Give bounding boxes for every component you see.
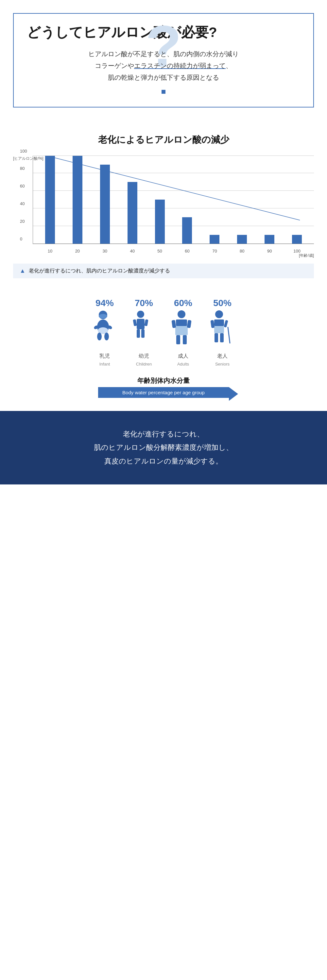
chart-note: ▲ 老化が進行するにつれ、肌内のヒアルロン酸濃度が減少する [13,264,314,278]
figure-item-adults: 60% 成人Adults [170,298,196,366]
underline-text: エラスチンの持続力が弱まって [134,62,226,69]
svg-rect-20 [187,320,191,328]
figure-percent-2: 60% [174,298,192,309]
svg-rect-10 [137,329,140,338]
svg-rect-24 [215,333,218,342]
svg-rect-22 [214,320,224,326]
triangle-icon: ▲ [20,267,26,274]
bar-x-label: 40 [119,248,146,253]
bar-x-label: 30 [91,248,119,253]
svg-rect-12 [133,319,137,326]
svg-rect-25 [220,333,224,342]
y-tick-label: 60 [20,184,24,188]
bar-x-label: 10 [36,248,64,253]
svg-rect-15 [176,320,187,326]
bar-x-label: 70 [201,248,228,253]
bar-x-label: 80 [228,248,256,253]
bar-40 [128,182,137,243]
bar-x-label: 50 [146,248,174,253]
figure-percent-0: 94% [96,298,114,309]
y-tick-label: 40 [20,201,24,206]
bar-50 [155,200,165,244]
svg-rect-27 [224,320,228,327]
section-footer: 老化が進行するにつれ、 肌のヒアルロン酸分解酵素濃度が増加し、 真皮のヒアルロン… [0,411,327,484]
figure-icon-children [131,310,157,350]
adult-svg [170,310,193,348]
svg-rect-11 [141,329,145,338]
arrow-label-section: 年齢別体内水分量 Body water percentage per age g… [13,376,314,398]
infant-svg [92,310,115,346]
child-svg [131,310,150,343]
bar-group: 70 [201,156,228,244]
figure-label-ja-1: 幼児 [139,353,149,360]
svg-rect-19 [171,320,176,328]
bar-70 [210,235,219,244]
bar-group: 40 [119,156,146,244]
bar-80 [237,235,247,244]
figure-label-en-1: Children [136,362,152,366]
svg-rect-16 [175,326,188,335]
bar-group: 90 [256,156,283,244]
bar-90 [265,235,274,244]
svg-rect-18 [183,335,187,344]
footer-line3: 真皮のヒアルロンの量が減少する。 [104,457,223,465]
svg-point-21 [215,310,223,318]
question-title: どうしてヒアルロン酸が必要? [27,24,300,41]
figure-label-ja-3: 老人 [217,353,228,360]
question-box: どうしてヒアルロン酸が必要? ? ヒアルロン酸が不足すると、肌の内側の水分が減り… [13,13,314,108]
figure-label-en-0: Infant [99,362,110,366]
bar-x-label: 20 [64,248,91,253]
y-tick-label: 80 [20,166,24,171]
figure-icon-seniors [209,310,235,350]
bar-10 [45,156,55,244]
chart-title: 老化によるヒアルロン酸の減少 [13,134,314,146]
bar-group: 10 [36,156,64,244]
senior-svg [209,310,232,348]
footer-line1: 老化が進行するにつれ、 [123,430,204,438]
svg-line-28 [228,327,230,343]
svg-point-14 [177,310,185,318]
bar-x-label: 90 [256,248,283,253]
small-square-decoration [161,90,166,94]
chart-area: 020406080100 102030405060708090100 [年齢/歳… [33,156,314,244]
bar-20 [73,156,82,244]
figure-icon-adults [170,310,196,350]
footer-text: 老化が進行するにつれ、 肌のヒアルロン酸分解酵素濃度が増加し、 真皮のヒアルロン… [13,427,314,468]
bar-group: 100 [283,156,311,244]
section-chart: 老化によるヒアルロン酸の減少 [ヒアルロン酸/%] 020406080100 1… [0,124,327,285]
figure-percent-1: 70% [135,298,153,309]
bar-60 [182,217,192,244]
arrow-label-title: 年齢別体内水分量 [137,376,190,385]
bar-30 [100,165,110,244]
bars-wrapper: 102030405060708090100 [33,156,314,244]
svg-rect-13 [144,319,148,326]
figure-label-ja-2: 成人 [178,353,188,360]
bar-group: 80 [228,156,256,244]
bar-x-label: 60 [174,248,201,253]
figure-label-en-3: Seniors [215,362,230,366]
svg-rect-26 [210,320,215,328]
y-tick-label: 0 [20,236,22,241]
chart-note-text: 老化が進行するにつれ、肌内のヒアルロン酸濃度が減少する [29,267,170,274]
svg-point-6 [97,332,102,340]
arrow-banner: Body water percentage per age group [98,387,229,398]
arrow-subtitle: Body water percentage per age group [122,390,205,395]
svg-rect-9 [137,319,145,329]
svg-point-7 [104,332,109,340]
svg-rect-17 [176,335,180,344]
y-tick-label: 20 [20,218,24,223]
figures-row: 94% 乳児Infant70% [13,298,314,366]
svg-rect-23 [214,326,224,333]
y-tick-label: 100 [20,148,27,153]
footer-line2: 肌のヒアルロン酸分解酵素濃度が増加し、 [94,443,233,452]
chart-container: [ヒアルロン酸/%] 020406080100 1020304050607080… [13,156,314,260]
bar-100 [292,235,302,244]
bar-group: 60 [174,156,201,244]
section-water: 94% 乳児Infant70% [0,285,327,411]
figure-label-en-2: Adults [177,362,189,366]
question-body: ヒアルロン酸が不足すると、肌の内側の水分が減り コラーゲンやエラスチンの持続力が… [27,48,300,83]
svg-point-8 [137,311,144,318]
chart-x-label: [年齢/歳] [299,253,314,258]
figure-item-infant: 94% 乳児Infant [92,298,118,366]
bar-group: 30 [91,156,119,244]
